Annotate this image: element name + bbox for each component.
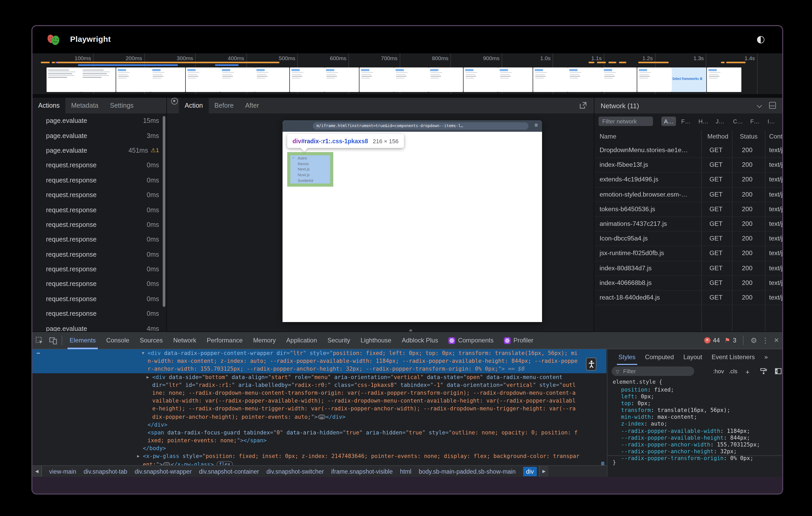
kebab-menu-icon[interactable]: ⋮ (762, 336, 769, 344)
column-method[interactable]: Method (707, 133, 728, 140)
breadcrumb-item[interactable]: html (400, 468, 411, 475)
filmstrip-thumbnail[interactable] (603, 67, 637, 92)
disclosure-triangle-icon[interactable]: ▶ (137, 453, 140, 460)
pick-locator-icon[interactable] (171, 98, 178, 104)
tab-lighthouse[interactable]: Lighthouse (355, 332, 396, 349)
breadcrumb-item[interactable]: div.snapshot-switcher (267, 468, 324, 475)
filmstrip-thumbnail[interactable] (290, 67, 324, 92)
list-item[interactable]: request.response0ms (32, 247, 166, 262)
accessibility-person-icon[interactable] (586, 358, 597, 371)
filmstrip-thumbnail[interactable] (116, 67, 151, 92)
breadcrumb-item[interactable]: div.snapshot-tab (84, 468, 127, 475)
filmstrip-thumbnail[interactable] (568, 67, 602, 92)
filmstrip-thumbnail[interactable] (185, 67, 220, 92)
filmstrip-thumbnail[interactable] (533, 67, 568, 92)
hidden-ancestors-icon[interactable]: ⋯ (37, 349, 40, 357)
list-item[interactable]: request.response0ms (32, 306, 166, 321)
list-item[interactable]: page.evaluate15ms (32, 114, 166, 128)
resource-type-filter[interactable]: F… (678, 117, 693, 126)
sidebar-toggle-icon[interactable] (775, 368, 782, 374)
tab-application[interactable]: Application (281, 332, 322, 349)
filmstrip-thumbnail[interactable]: Select frameworks ⚙ (672, 67, 706, 92)
dom-node-line[interactable]: ▶<div data-side="bottom" data-align="sta… (32, 373, 606, 381)
timeline[interactable]: 100ms200ms300ms400ms500ms600ms700ms800ms… (32, 53, 782, 94)
error-badge-icon[interactable]: ✕ (704, 337, 710, 343)
disclosure-triangle-icon[interactable]: ▼ (142, 349, 144, 357)
actions-scrollbar[interactable] (163, 116, 165, 307)
list-item[interactable]: request.response0ms (32, 292, 166, 306)
css-property[interactable]: --radix-popper-available-width: 1184px; (607, 427, 783, 434)
column-content[interactable]: Conte (769, 133, 783, 140)
close-icon[interactable]: ✕ (774, 337, 779, 344)
issue-count[interactable]: 3 (733, 337, 736, 344)
tab-network[interactable]: Network (168, 332, 201, 349)
css-property[interactable]: left: 0px; (607, 393, 783, 400)
layout-toggle-icon[interactable] (769, 102, 776, 109)
new-rule-icon[interactable]: + (746, 368, 750, 376)
tab-actions[interactable]: Actions (32, 98, 65, 114)
table-row[interactable]: Icon-dbcc95a4.jsGET200text/ja (594, 232, 783, 246)
dom-node-line[interactable]: ▶<x-pw-glass style="position: fixed; ins… (32, 453, 606, 460)
list-item[interactable]: request.response0ms (32, 203, 166, 217)
css-property[interactable]: transform: translate(16px, 56px); (607, 407, 783, 414)
table-row[interactable]: index-80d834d7.jsGET200text/ja (594, 261, 783, 276)
breadcrumb-forward-icon[interactable]: ▶ (539, 465, 548, 477)
table-row[interactable]: extends-4c19d496.jsGET200text/ja (594, 173, 783, 187)
error-count[interactable]: 44 (713, 337, 720, 344)
dom-node-line[interactable]: ine: none; --radix-dropdown-menu-content… (32, 389, 606, 397)
resource-type-filter[interactable]: A… (661, 117, 676, 126)
breadcrumb-item[interactable]: body.sb-main-padded.sb-show-main (419, 468, 516, 475)
resource-type-filter[interactable]: I… (765, 117, 778, 126)
resource-type-filter[interactable]: F… (748, 117, 762, 126)
pseudo-state-toggle[interactable]: :hov (713, 368, 724, 374)
css-property[interactable]: min-width: max-content; (607, 414, 783, 421)
tab-elements[interactable]: Elements (64, 332, 101, 349)
breadcrumb-item[interactable]: div.snapshot-container (199, 468, 259, 475)
dom-node-line[interactable]: n-width: max-content; z-index: auto; --r… (32, 357, 606, 365)
tab-components[interactable]: Components (443, 332, 499, 349)
dom-node-line[interactable]: ent;">…</x-pw-glass>flex (32, 460, 606, 465)
chevron-down-icon[interactable] (757, 103, 762, 108)
tab-event-listeners[interactable]: Event Listeners (708, 349, 758, 365)
tab-sources[interactable]: Sources (135, 332, 168, 349)
dom-node-line[interactable]: e-height); --radix-dropdown-menu-trigger… (32, 405, 606, 413)
styles-rules[interactable]: element.style { position: fixed;left: 0p… (607, 378, 783, 477)
dom-node-line[interactable]: <span data-radix-focus-guard tabindex="0… (32, 429, 606, 436)
resource-type-filter[interactable]: J… (713, 117, 727, 126)
css-property[interactable]: --radix-popper-available-height: 844px; (607, 434, 783, 441)
dom-node-line[interactable]: </body> (32, 445, 606, 453)
dom-node-line[interactable]: </div> (32, 421, 606, 428)
list-item[interactable]: request.response0ms (32, 158, 166, 173)
device-toolbar-icon[interactable] (46, 334, 60, 347)
resource-type-filter[interactable]: C… (730, 117, 746, 126)
column-name[interactable]: Name (600, 133, 616, 140)
list-item[interactable]: page.evaluate4ms (32, 321, 166, 331)
more-tabs-icon[interactable]: » (761, 349, 772, 365)
disclosure-triangle-icon[interactable]: ▶ (146, 373, 149, 381)
css-property[interactable]: top: 0px; (607, 400, 783, 407)
tab-layout[interactable]: Layout (679, 349, 706, 365)
list-item[interactable]: request.response0ms (32, 232, 166, 247)
filmstrip-thumbnail[interactable] (498, 67, 532, 92)
dom-node-line[interactable]: dix-popper-anchor-height); pointer-event… (32, 413, 606, 421)
filmstrip-thumbnail[interactable] (47, 67, 81, 92)
tab-after[interactable]: After (239, 98, 265, 114)
dom-node-line[interactable]: vailable-width: var(--radix-popper-avail… (32, 397, 606, 405)
filmstrip-thumbnail[interactable] (429, 67, 463, 92)
tab-memory[interactable]: Memory (248, 332, 281, 349)
expand-ellipsis-icon[interactable]: … (163, 462, 170, 465)
tab-performance[interactable]: Performance (201, 332, 248, 349)
list-item[interactable]: request.response0ms (32, 217, 166, 232)
filmstrip-thumbnail[interactable] (324, 67, 359, 92)
table-row[interactable]: animations-7437c217.jsGET200text/ja (594, 217, 783, 232)
column-status[interactable]: Status (740, 133, 758, 140)
table-row[interactable]: tokens-b6450536.jsGET200text/ja (594, 202, 783, 217)
filmstrip-thumbnail[interactable] (464, 67, 498, 92)
filmstrip-thumbnail[interactable] (81, 67, 116, 92)
issues-flag-icon[interactable]: ⚑ (725, 337, 730, 344)
tab-console[interactable]: Console (101, 332, 135, 349)
filmstrip-thumbnail[interactable] (706, 67, 741, 92)
breadcrumb-item[interactable]: view-main (49, 468, 77, 475)
list-item[interactable]: page.evaluate451ms⚠1 (32, 143, 166, 158)
network-filter-input[interactable] (599, 117, 653, 126)
